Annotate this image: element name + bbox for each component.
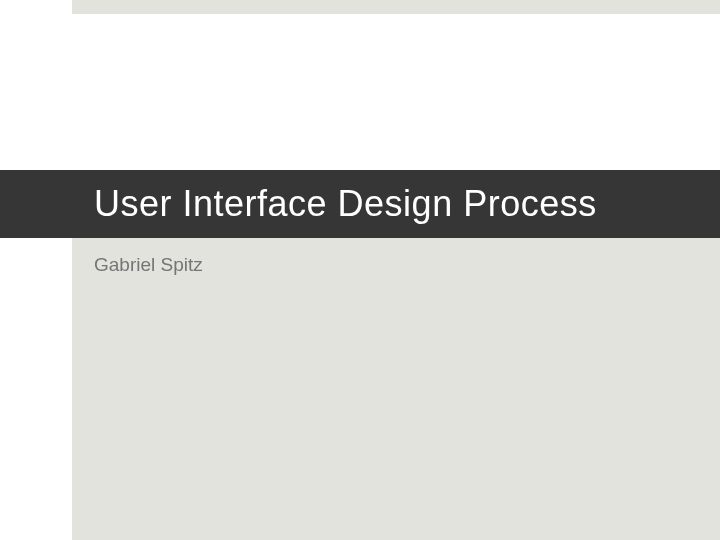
top-accent-strip — [72, 0, 720, 14]
content-area: Gabriel Spitz — [72, 238, 720, 540]
title-bar: User Interface Design Process — [0, 170, 720, 238]
author-name: Gabriel Spitz — [94, 254, 720, 276]
slide-title: User Interface Design Process — [94, 183, 597, 225]
